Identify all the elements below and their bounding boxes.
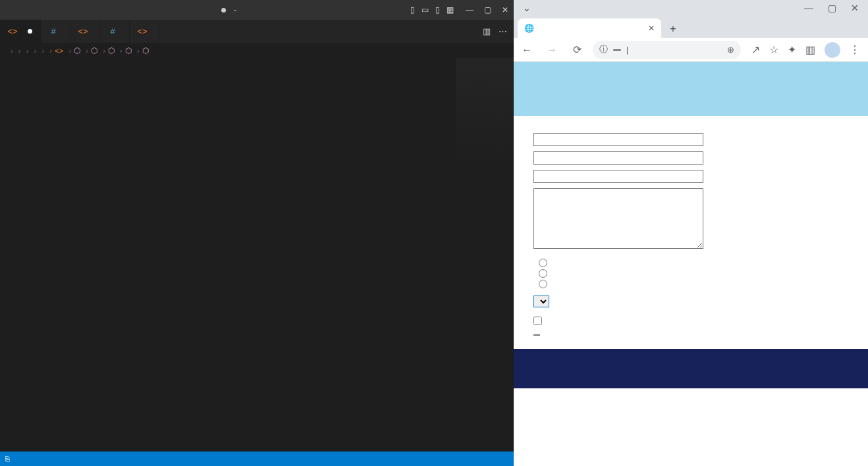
modified-dot-icon: [28, 29, 32, 34]
chrome-tabstrip: 🌐 ✕ +: [514, 16, 868, 38]
menu-icon[interactable]: ⋮: [850, 43, 860, 56]
bookmark-icon[interactable]: ☆: [769, 43, 778, 56]
window-title: -: [61, 5, 401, 14]
tab-index-html[interactable]: <>: [130, 20, 159, 43]
window-close-icon[interactable]: ✕: [502, 5, 508, 14]
tab-home-style-css[interactable]: #: [100, 20, 130, 43]
minimap[interactable]: [456, 58, 514, 170]
tab-actions: ▥ ⋯: [476, 20, 514, 43]
vscode-window: - ▯ ▭ ▯ ▦ — ▢ ✕ <> # <>: [0, 0, 514, 466]
window-maximize-icon[interactable]: ▢: [828, 3, 836, 13]
html-file-icon: <>: [138, 27, 147, 36]
layout-left-icon[interactable]: ▯: [410, 5, 415, 14]
site-header: [514, 62, 868, 116]
site-footer: [514, 349, 868, 388]
info-icon[interactable]: ⓘ: [599, 44, 608, 55]
breadcrumbs[interactable]: › › › › › › <> › ⬡ › ⬡ › ⬡ › ⬡ › ⬡: [0, 43, 514, 58]
statusbar: ⎘: [0, 452, 514, 466]
titlebar-right: ▯ ▭ ▯ ▦ — ▢ ✕: [410, 5, 508, 14]
globe-icon: 🌐: [524, 24, 534, 33]
window-dropdown-icon[interactable]: ⌄: [523, 3, 531, 13]
browser-toolbar: ← → ⟳ ⓘ | ⊕ ↗ ☆ ✦ ▥ ⋮: [514, 38, 868, 62]
input-email[interactable]: [533, 151, 703, 165]
share-icon[interactable]: ↗: [751, 43, 760, 56]
css-file-icon: #: [108, 27, 117, 36]
contact-form: [514, 116, 868, 349]
url-scheme-pill: [613, 49, 621, 51]
address-bar[interactable]: ⓘ | ⊕: [593, 41, 741, 59]
tab-contact-html[interactable]: <>: [0, 20, 41, 43]
new-tab-button[interactable]: +: [664, 20, 682, 38]
html-file-icon: <>: [8, 27, 17, 36]
input-name[interactable]: [533, 133, 703, 146]
reload-button[interactable]: ⟳: [568, 41, 586, 59]
select-schedule[interactable]: [533, 296, 549, 307]
more-icon[interactable]: ⋯: [499, 26, 507, 36]
code-content[interactable]: [34, 58, 514, 452]
title-dot: [221, 8, 226, 13]
chrome-titlebar: ⌄ — ▢ ✕: [514, 0, 868, 16]
submit-button[interactable]: [533, 334, 540, 336]
checkbox-news[interactable]: [533, 317, 542, 325]
layout-grid-icon[interactable]: ▦: [447, 5, 454, 14]
url-sep: |: [626, 45, 628, 55]
input-phone[interactable]: [533, 170, 703, 183]
editor-tabs: <> # <> # <> ▥ ⋯: [0, 20, 514, 43]
split-editor-icon[interactable]: ▥: [483, 26, 491, 36]
close-tab-icon[interactable]: ✕: [648, 24, 655, 33]
browser-tab-contacto[interactable]: 🌐 ✕: [518, 18, 661, 38]
radio-email[interactable]: [539, 259, 547, 267]
back-button[interactable]: ←: [518, 41, 536, 59]
radio-whatsapp[interactable]: [539, 280, 547, 288]
layout-bottom-icon[interactable]: ▭: [421, 5, 429, 14]
html-file-icon: <>: [78, 27, 88, 36]
title-sep: -: [234, 5, 236, 14]
forward-button[interactable]: →: [543, 41, 561, 59]
remote-icon[interactable]: ⎘: [5, 455, 10, 463]
window-maximize-icon[interactable]: ▢: [484, 5, 491, 14]
tab-style-css[interactable]: #: [41, 20, 70, 43]
zoom-icon[interactable]: ⊕: [727, 45, 734, 55]
tab-product-html[interactable]: <>: [70, 20, 100, 43]
layout-right-icon[interactable]: ▯: [435, 5, 440, 14]
sidepanel-icon[interactable]: ▥: [805, 43, 815, 56]
editor-area[interactable]: [0, 58, 514, 452]
profile-avatar[interactable]: [825, 42, 840, 58]
window-minimize-icon[interactable]: —: [466, 5, 474, 14]
chrome-window: ⌄ — ▢ ✕ 🌐 ✕ + ← → ⟳ ⓘ | ⊕ ↗ ☆ ✦: [514, 0, 868, 466]
page-viewport[interactable]: [514, 62, 868, 466]
toolbar-actions: ↗ ☆ ✦ ▥ ⋮: [747, 42, 864, 58]
css-file-icon: #: [49, 27, 58, 36]
line-gutter: [0, 58, 34, 452]
textarea-msg[interactable]: [533, 188, 703, 249]
radio-phone[interactable]: [539, 269, 547, 278]
window-close-icon[interactable]: ✕: [851, 3, 859, 13]
window-minimize-icon[interactable]: —: [804, 3, 813, 13]
extensions-icon[interactable]: ✦: [788, 43, 796, 56]
titlebar: - ▯ ▭ ▯ ▦ — ▢ ✕: [0, 0, 514, 20]
